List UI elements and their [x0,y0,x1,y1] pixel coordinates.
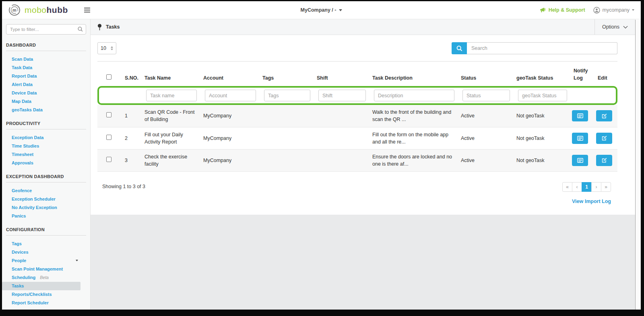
section-title: EXCEPTION DASHBOARD [2,174,90,179]
row-checkbox[interactable] [106,135,111,140]
filter-status-input[interactable] [462,90,510,101]
pagination-first-button[interactable]: « [562,182,572,192]
row-status: Active [457,135,512,142]
divider [6,235,86,236]
sidebar-filter-input[interactable] [6,24,86,35]
row-description: Walk to the front of the building and sc… [368,109,457,123]
sidebar-item-devices[interactable]: Devices [2,248,90,256]
sidebar-item-summary-report[interactable]: Summary Report [2,307,90,310]
page-size-select[interactable]: 10 [97,42,116,54]
sidebar-item-scheduling[interactable]: Scheduling Beta [2,273,90,282]
select-all-checkbox[interactable] [106,74,111,80]
edit-button[interactable] [596,155,612,166]
user-menu[interactable]: mycompany [593,7,634,14]
row-checkbox[interactable] [106,157,111,162]
row-account: MyCompany [199,157,258,164]
sidebar-item-map-data[interactable]: Map Data [2,97,90,106]
sidebar-item-report-scheduler[interactable]: Report Scheduler [2,299,90,307]
list-icon [577,113,583,118]
sidebar-section-dashboard: DASHBOARD Scan Data Task Data Report Dat… [2,43,90,114]
sidebar-filter [6,24,86,35]
col-header-task-name: Task Name [140,74,199,82]
col-header-notify-log: Notify Log [570,67,594,82]
filter-account-input[interactable] [205,90,256,101]
search-button[interactable] [452,42,467,54]
logo-text-hubb: hubb [47,5,68,14]
sidebar-item-exception-data[interactable]: Exception Data [2,133,90,142]
row-description: Ensure the doors are locked and no one i… [368,153,457,168]
row-account: MyCompany [199,135,258,142]
sidebar-item-exception-scheduler[interactable]: Exception Scheduler [2,195,90,203]
sidebar-item-device-data[interactable]: Device Data [2,89,90,97]
edit-icon [602,158,607,163]
edit-button[interactable] [596,110,612,121]
table-row: 2 Fill out your Daily Activity Report My… [97,127,617,150]
sidebar-item-geofence[interactable]: Geofence [2,187,90,195]
notify-log-button[interactable] [572,133,588,144]
search-input[interactable] [467,42,617,54]
chevron-down-icon [623,26,628,29]
table-row: 1 Scan QR Code - Front of Building MyCom… [97,105,617,127]
sidebar-item-scan-data[interactable]: Scan Data [2,55,90,64]
sidebar-item-geotasks-data[interactable]: geoTasks Data [2,106,90,114]
section-title: CONFIGURATION [2,227,90,232]
chevron-down-icon [339,9,342,11]
notify-log-button[interactable] [572,110,588,121]
sidebar-item-reports-checklists[interactable]: Reports/Checklists [2,290,90,299]
page-size-value: 10 [101,45,106,51]
logo: m mobohubb [8,4,92,16]
company-selector[interactable]: MyCompany / - [301,7,343,13]
sidebar-item-people[interactable]: People [2,256,90,265]
sidebar-item-scan-point-management[interactable]: Scan Point Management [2,265,90,273]
browser-frame: m mobohubb MyCompany / - Help & Support [0,0,644,316]
page-background [91,215,635,310]
vertical-scrollbar[interactable] [635,20,641,310]
sidebar-item-approvals[interactable]: Approvals [2,159,90,167]
row-checkbox-cell [97,135,121,142]
sidebar-item-tasks[interactable]: Tasks [2,282,80,290]
filter-task-name-input[interactable] [146,90,197,101]
sidebar-item-alert-data[interactable]: Alert Data [2,80,90,89]
table-row: 3 Check the exercise facility MyCompany … [97,150,617,172]
sidebar-item-tags[interactable]: Tags [2,240,90,248]
notify-log-button[interactable] [572,155,588,166]
options-button[interactable]: Options [594,19,635,35]
help-support-link[interactable]: Help & Support [540,7,585,13]
table-search [452,42,617,54]
col-header-shift: Shift [313,74,368,82]
col-header-edit: Edit [594,74,617,82]
section-title: DASHBOARD [2,43,90,47]
sidebar-item-no-activity-exception[interactable]: No Activity Exception [2,203,90,212]
chevron-down-icon [632,9,634,11]
help-support-label: Help & Support [549,7,585,13]
filter-description-input[interactable] [374,90,454,101]
row-account: MyCompany [199,112,258,119]
pagination-next-button[interactable]: › [591,182,601,192]
edit-button[interactable] [596,133,612,144]
filter-tags-input[interactable] [264,90,310,101]
row-checkbox-cell [97,112,121,119]
logo-text: mobohubb [25,5,68,15]
list-icon [577,158,583,163]
sidebar-item-timesheet[interactable]: Timesheet [2,150,90,159]
sidebar-item-time-studies[interactable]: Time Studies [2,142,90,150]
logo-text-mobo: mobo [25,5,47,14]
table-toolbar: 10 [97,42,617,54]
tasks-panel: 10 [91,35,635,215]
pagination-last-button[interactable]: » [601,182,611,192]
options-label: Options [602,24,619,30]
filter-geotask-status-input[interactable] [518,90,567,101]
sidebar-item-task-data[interactable]: Task Data [2,64,90,72]
pagination-page-1-button[interactable]: 1 [582,182,592,192]
divider [6,51,86,51]
sidebar-item-report-data[interactable]: Report Data [2,72,90,80]
section-title: PRODUCTIVITY [2,121,90,126]
hamburger-menu-icon[interactable] [83,6,92,14]
sidebar-item-label: Scheduling [12,275,35,280]
pin-icon [97,24,102,31]
sidebar-item-panics[interactable]: Panics [2,212,90,220]
view-import-log-link[interactable]: View Import Log [572,199,611,204]
pagination-prev-button[interactable]: ‹ [572,182,582,192]
filter-shift-input[interactable] [318,90,366,101]
row-checkbox[interactable] [106,112,111,117]
